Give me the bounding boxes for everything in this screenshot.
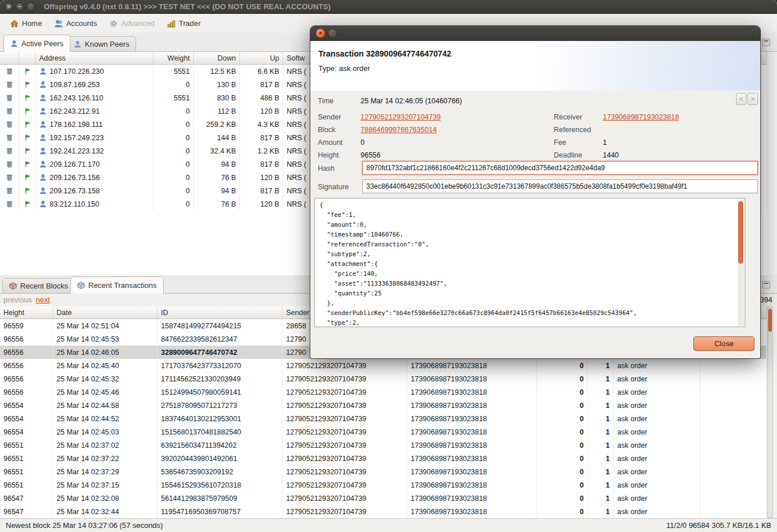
trash-icon[interactable]: [6, 134, 13, 141]
tx-date: 25 Mar 14 02:37:29: [53, 465, 157, 478]
trash-icon[interactable]: [6, 107, 13, 115]
transaction-row[interactable]: 96547 25 Mar 14 02:32:08 561441298387597…: [0, 492, 767, 505]
signature-field[interactable]: 33ec86440f6492850c001ebe9b60131c3c91e731…: [362, 179, 758, 193]
tx-id: 17114562521330203949: [157, 372, 283, 385]
peer-weight: 0: [153, 131, 194, 144]
window-maximize-icon[interactable]: [27, 2, 35, 11]
transaction-row[interactable]: 96551 25 Mar 14 02:37:22 392020443980149…: [0, 452, 767, 465]
tx-fee: 1: [588, 478, 614, 492]
dialog-window-icon[interactable]: [328, 28, 337, 38]
previous-page-link[interactable]: previous: [3, 295, 32, 304]
column-header-height[interactable]: Height: [0, 306, 53, 319]
column-header-date[interactable]: Date: [53, 306, 157, 319]
transaction-row[interactable]: 96556 25 Mar 14 02:45:32 171145625213302…: [0, 372, 767, 385]
transaction-cube-icon: [77, 282, 85, 289]
tx-amount: 0: [537, 478, 588, 492]
tx-amount: 0: [537, 465, 588, 478]
column-header-id[interactable]: ID: [157, 306, 283, 319]
transaction-row[interactable]: 96554 25 Mar 14 02:45:03 151568013704818…: [0, 425, 767, 439]
tab-recent-blocks[interactable]: Recent Blocks: [2, 278, 75, 293]
sender-link[interactable]: 12790521293207104739: [361, 113, 441, 121]
tx-id: 6392156034711394202: [157, 439, 283, 452]
tab-known-peers[interactable]: Known Peers: [67, 36, 136, 51]
trash-icon[interactable]: [6, 187, 13, 194]
tx-height: 96551: [0, 439, 53, 452]
transaction-row[interactable]: 96554 25 Mar 14 02:44:58 275187809507121…: [0, 399, 767, 412]
column-header-down[interactable]: Down: [194, 52, 240, 64]
peer-icon: [39, 107, 47, 115]
trash-icon[interactable]: [6, 147, 13, 155]
scrollbar-thumb[interactable]: [738, 201, 743, 264]
peer-up: 817 B: [240, 78, 283, 91]
scrollbar-thumb[interactable]: [768, 309, 772, 332]
peer-icon: [39, 134, 47, 141]
transaction-row[interactable]: 96554 25 Mar 14 02:44:52 183746401302129…: [0, 412, 767, 425]
peer-address: 162.243.126.110: [50, 94, 103, 102]
tab-label: Recent Blocks: [20, 282, 68, 290]
peer-down: 112 B: [194, 104, 240, 118]
menu-item-trader[interactable]: Trader: [162, 16, 207, 31]
trash-icon[interactable]: [6, 81, 13, 88]
menu-item-label: Trader: [179, 19, 201, 28]
window-close-icon[interactable]: ×: [5, 2, 13, 11]
hash-field[interactable]: 8970fd1732abf1c21866160e4f2c211267c68d10…: [362, 161, 758, 175]
minimize-view-icon[interactable]: [762, 39, 770, 46]
trash-icon[interactable]: [6, 94, 13, 102]
tab-recent-transactions[interactable]: Recent Transactions: [70, 276, 164, 294]
window-minimize-icon[interactable]: −: [16, 2, 24, 11]
transaction-row[interactable]: 96551 25 Mar 14 02:37:29 536546735903209…: [0, 465, 767, 478]
trash-icon[interactable]: [6, 121, 13, 128]
peer-up: 120 B: [240, 197, 283, 211]
tx-height: 96556: [0, 372, 53, 385]
minimize-view-icon[interactable]: [762, 281, 770, 289]
peer-icon: [39, 160, 47, 168]
transaction-json-text: { "fee":1, "amount":0, "timestamp":10460…: [315, 198, 745, 327]
peer-address-cell: 192.241.223.132: [36, 144, 153, 158]
peer-icon: [39, 174, 47, 181]
menu-item-home[interactable]: Home: [5, 16, 48, 31]
peer-up: 817 B: [240, 131, 283, 144]
peer-up: 817 B: [240, 158, 283, 171]
tx-sender: 12790521293207104739: [283, 385, 407, 399]
transaction-row[interactable]: 96547 25 Mar 14 02:32:44 119547169503697…: [0, 505, 767, 518]
column-header-weight[interactable]: Weight: [153, 52, 194, 64]
menu-item-advanced[interactable]: Advanced: [104, 16, 160, 31]
transaction-row[interactable]: 96551 25 Mar 14 02:37:15 155461529356107…: [0, 478, 767, 492]
tx-date: 25 Mar 14 02:32:44: [53, 505, 157, 518]
menu-item-accounts[interactable]: Accounts: [49, 16, 103, 31]
status-newest-block: Newest block 25 Mar 14 03:27:06 (57 seco…: [6, 521, 163, 530]
previous-transaction-button[interactable]: <: [736, 93, 746, 105]
trash-icon[interactable]: [6, 200, 13, 208]
tx-sender: 12790521293207104739: [283, 372, 407, 385]
trash-icon[interactable]: [6, 174, 13, 181]
json-scrollbar[interactable]: [738, 199, 744, 326]
pagination-count-fragment: 394: [760, 295, 772, 304]
tx-height: 96547: [0, 505, 53, 518]
transaction-row[interactable]: 96556 25 Mar 14 02:45:40 171703764237733…: [0, 359, 767, 372]
tx-type: ask order: [614, 359, 700, 372]
column-header-blank: [19, 52, 36, 64]
tx-date: 25 Mar 14 02:45:46: [53, 385, 157, 399]
transactions-scrollbar[interactable]: [767, 306, 773, 518]
trash-icon[interactable]: [6, 160, 13, 168]
transaction-row[interactable]: 96556 25 Mar 14 02:45:46 151249945079800…: [0, 385, 767, 399]
field-referenced: Referenced: [554, 124, 603, 136]
transaction-json-area[interactable]: { "fee":1, "amount":0, "timestamp":10460…: [314, 198, 745, 327]
next-page-link[interactable]: next: [36, 295, 50, 304]
transaction-row[interactable]: 96551 25 Mar 14 02:37:02 639215603471139…: [0, 439, 767, 452]
peer-weight: 0: [153, 171, 194, 184]
flag-icon: [24, 107, 31, 115]
tab-active-peers[interactable]: Active Peers: [3, 35, 70, 52]
flag-icon: [24, 160, 31, 168]
tx-receiver: 1739068987193023818: [407, 478, 537, 492]
peer-address: 209.126.73.156: [50, 174, 100, 182]
column-header-address[interactable]: Address: [36, 52, 153, 64]
dialog-close-icon[interactable]: ×: [316, 28, 325, 38]
close-button[interactable]: Close: [693, 336, 755, 351]
column-header-up[interactable]: Up: [240, 52, 283, 64]
trash-icon[interactable]: [6, 68, 13, 75]
receiver-link[interactable]: 1739068987193023818: [603, 113, 679, 121]
tab-label: Active Peers: [21, 39, 63, 48]
block-link[interactable]: 7886469997667635014: [361, 126, 437, 134]
next-transaction-button[interactable]: >: [748, 93, 758, 105]
